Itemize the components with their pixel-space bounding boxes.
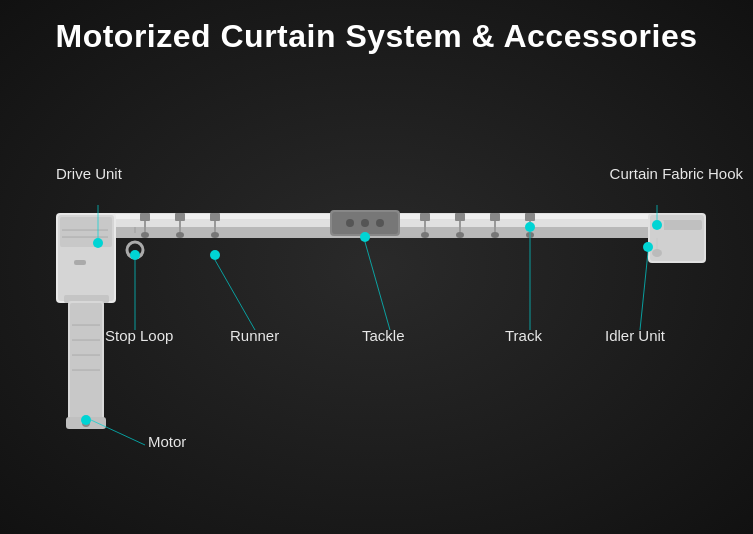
svg-rect-5 (60, 217, 112, 247)
svg-rect-8 (74, 260, 86, 265)
svg-rect-27 (210, 213, 220, 221)
svg-point-49 (652, 249, 662, 257)
svg-point-56 (130, 250, 140, 260)
svg-rect-21 (140, 213, 150, 221)
svg-rect-44 (525, 213, 535, 221)
svg-point-58 (210, 250, 220, 260)
svg-point-40 (456, 232, 464, 238)
label-tackle: Tackle (362, 327, 405, 344)
svg-point-66 (81, 415, 91, 425)
label-stop-loop: Stop Loop (105, 327, 173, 344)
curtain-illustration (0, 65, 753, 465)
label-motor: Motor (148, 433, 186, 450)
svg-line-65 (640, 252, 648, 330)
label-idler-unit: Idler Unit (605, 327, 665, 344)
label-runner: Runner (230, 327, 279, 344)
svg-point-64 (643, 242, 653, 252)
svg-point-52 (93, 238, 103, 248)
page-container: Motorized Curtain System & Accessories (0, 0, 753, 534)
svg-point-34 (376, 219, 384, 227)
svg-point-37 (421, 232, 429, 238)
svg-point-54 (652, 220, 662, 230)
svg-line-59 (215, 260, 255, 330)
svg-rect-11 (70, 303, 102, 419)
label-drive-unit: Drive Unit (56, 165, 122, 182)
page-title: Motorized Curtain System & Accessories (0, 0, 753, 65)
svg-point-43 (491, 232, 499, 238)
svg-point-60 (360, 232, 370, 242)
svg-point-33 (361, 219, 369, 227)
svg-rect-38 (455, 213, 465, 221)
label-track: Track (505, 327, 542, 344)
svg-point-23 (141, 232, 149, 238)
label-curtain-fabric-hook: Curtain Fabric Hook (610, 165, 743, 182)
svg-rect-24 (175, 213, 185, 221)
svg-point-29 (211, 232, 219, 238)
svg-line-61 (365, 242, 390, 330)
svg-point-32 (346, 219, 354, 227)
svg-point-62 (525, 222, 535, 232)
svg-rect-41 (490, 213, 500, 221)
diagram: Drive Unit Curtain Fabric Hook Stop Loop… (0, 65, 753, 485)
svg-point-26 (176, 232, 184, 238)
svg-rect-35 (420, 213, 430, 221)
svg-line-67 (91, 420, 145, 445)
